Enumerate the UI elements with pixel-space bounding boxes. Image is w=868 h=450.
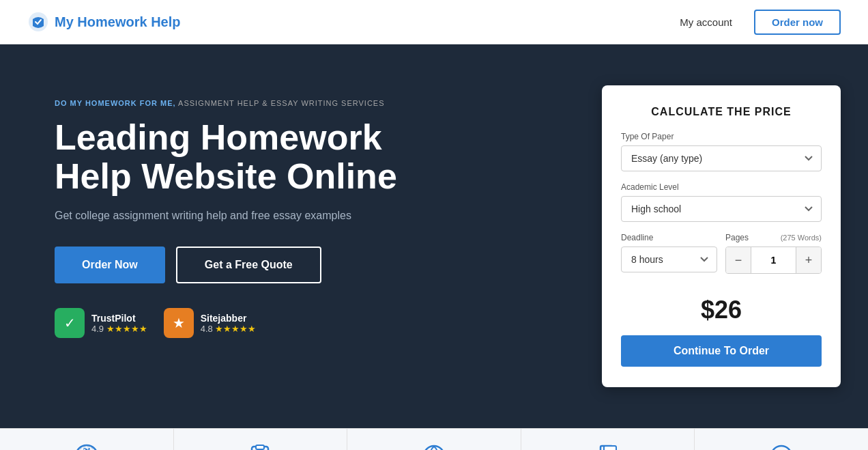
- pages-decrement-button[interactable]: −: [726, 247, 751, 273]
- original-item: 100% Original: [521, 429, 695, 450]
- hero-title: Leading Homework Help Website Online: [55, 118, 437, 196]
- best-essay-item: FREE Best Essay: [174, 429, 348, 450]
- trustpilot-rating: ✓ TrustPilot 4.9 ★★★★★: [55, 308, 147, 338]
- academic-level-group: Academic Level High school Undergraduate…: [621, 182, 822, 222]
- trustpilot-score: 4.9 ★★★★★: [91, 324, 147, 334]
- trustpilot-badge: ✓: [55, 308, 85, 338]
- bottom-bar: 24 Quality Essay FREE Best Essay: [0, 428, 868, 450]
- pages-stepper: − 1 +: [725, 247, 822, 274]
- check-paper-item: Check Paper: [347, 429, 521, 450]
- header-order-now-button[interactable]: Order now: [754, 10, 841, 35]
- document-icon: [594, 442, 622, 450]
- pages-count: 1: [751, 247, 796, 273]
- sitejabber-number: 4.8: [201, 324, 216, 334]
- trustpilot-number: 4.9: [91, 324, 106, 334]
- hero-content: DO MY HOMEWORK FOR ME, ASSIGNMENT HELP &…: [55, 85, 437, 338]
- pages-label: Pages: [725, 233, 749, 242]
- no-add-icon: [768, 442, 795, 450]
- deadline-group: Deadline 8 hours 12 hours 24 hours 3 day…: [621, 233, 717, 272]
- trustpilot-check-icon: ✓: [64, 315, 76, 331]
- sitejabber-rating: ★ Sitejabber 4.8 ★★★★★: [164, 308, 257, 338]
- svg-rect-14: [604, 446, 616, 450]
- logo-text: My Homework Help: [55, 14, 180, 30]
- academic-level-label: Academic Level: [621, 182, 822, 192]
- continue-to-order-button[interactable]: Continue To Order: [621, 335, 822, 367]
- clock-icon: 24: [73, 442, 100, 450]
- no-additional-item: No additional: [695, 429, 868, 450]
- pages-words: (275 Words): [781, 234, 822, 242]
- pages-increment-button[interactable]: +: [796, 247, 821, 273]
- hero-section: DO MY HOMEWORK FOR ME, ASSIGNMENT HELP &…: [0, 44, 868, 428]
- trustpilot-stars: ★★★★★: [106, 324, 147, 334]
- price-display: $26: [621, 296, 822, 324]
- hero-tagline: DO MY HOMEWORK FOR ME, ASSIGNMENT HELP &…: [55, 99, 437, 107]
- deadline-select[interactable]: 8 hours 12 hours 24 hours 3 days 7 days: [621, 247, 717, 272]
- trustpilot-info: TrustPilot 4.9 ★★★★★: [91, 313, 147, 334]
- type-of-paper-label: Type Of Paper: [621, 132, 822, 141]
- svg-rect-7: [256, 445, 264, 449]
- header-actions: My account Order now: [669, 10, 841, 35]
- logo-icon: [27, 11, 49, 33]
- order-now-button[interactable]: Order Now: [55, 247, 165, 283]
- hero-subtitle: Get college assignment writing help and …: [55, 210, 437, 222]
- svg-point-18: [771, 446, 792, 450]
- tagline-blue: DO MY HOMEWORK FOR ME,: [55, 99, 176, 107]
- my-account-button[interactable]: My account: [669, 11, 743, 33]
- logo[interactable]: My Homework Help: [27, 11, 180, 33]
- type-of-paper-select[interactable]: Essay (any type) Research Paper Term Pap…: [621, 145, 822, 171]
- header: My Homework Help My account Order now: [0, 0, 868, 44]
- sitejabber-info: Sitejabber 4.8 ★★★★★: [201, 313, 257, 334]
- pages-group: Pages (275 Words) − 1 +: [725, 233, 822, 274]
- hero-buttons: Order Now Get a Free Quote: [55, 247, 437, 283]
- sitejabber-score: 4.8 ★★★★★: [201, 324, 257, 334]
- checklist-icon: FREE: [246, 442, 274, 450]
- sitejabber-star-icon: ★: [173, 315, 185, 331]
- academic-level-select[interactable]: High school Undergraduate Master's PhD: [621, 196, 822, 222]
- deadline-pages-row: Deadline 8 hours 12 hours 24 hours 3 day…: [621, 233, 822, 285]
- tagline-gray: ASSIGNMENT HELP & ESSAY WRITING SERVICES: [176, 99, 385, 107]
- deadline-label: Deadline: [621, 233, 717, 242]
- sitejabber-badge: ★: [164, 308, 194, 338]
- sitejabber-stars: ★★★★★: [215, 324, 256, 334]
- sitejabber-name: Sitejabber: [201, 313, 257, 324]
- quality-essay-item: 24 Quality Essay: [0, 429, 174, 450]
- trustpilot-name: TrustPilot: [91, 313, 147, 324]
- calculator-title: CALCULATE THE PRICE: [621, 106, 822, 118]
- ratings: ✓ TrustPilot 4.9 ★★★★★ ★ Sitejabber: [55, 308, 437, 338]
- free-quote-button[interactable]: Get a Free Quote: [176, 247, 321, 283]
- calculator-card: CALCULATE THE PRICE Type Of Paper Essay …: [602, 85, 841, 387]
- pages-label-row: Pages (275 Words): [725, 233, 822, 242]
- type-of-paper-group: Type Of Paper Essay (any type) Research …: [621, 132, 822, 171]
- shield-check-icon: [420, 442, 448, 450]
